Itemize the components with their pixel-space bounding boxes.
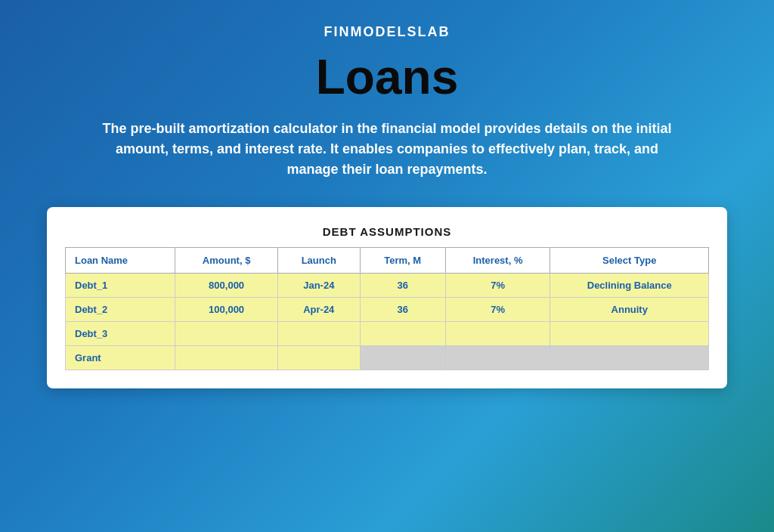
description-text: The pre-built amortization calculator in… [92,119,682,180]
col-interest: Interest, % [445,248,550,274]
table-cell: Apr-24 [277,298,360,322]
table-header-row: Loan Name Amount, $ Launch Term, M Inter… [66,248,709,274]
debt-card: DEBT ASSUMPTIONS Loan Name Amount, $ Lau… [47,207,727,388]
col-amount: Amount, $ [175,248,277,274]
table-cell [360,322,445,346]
table-row: Grant [66,346,709,370]
brand-label: FINMODELSLAB [324,24,450,40]
col-loan-name: Loan Name [66,248,175,274]
col-term: Term, M [360,248,445,274]
page-title: Loans [316,49,458,105]
table-cell: Annuity [550,298,709,322]
table-cell: Declining Balance [550,274,709,298]
table-row: Debt_3 [66,322,709,346]
table-cell [175,346,277,370]
table-row: Debt_2100,000Apr-24367%Annuity [66,298,709,322]
table-cell [175,322,277,346]
table-section-title: DEBT ASSUMPTIONS [65,225,709,238]
table-cell: 800,000 [175,274,277,298]
table-cell [277,322,360,346]
col-launch: Launch [277,248,360,274]
table-cell [277,346,360,370]
table-cell: 36 [360,274,445,298]
table-cell: 7% [445,298,550,322]
table-cell: Jan-24 [277,274,360,298]
table-cell [360,346,445,370]
table-cell [550,346,709,370]
table-cell: 100,000 [175,298,277,322]
table-cell: Debt_1 [66,274,175,298]
table-cell: 36 [360,298,445,322]
table-cell: Debt_3 [66,322,175,346]
col-select-type: Select Type [550,248,709,274]
table-cell [445,322,550,346]
table-cell: Grant [66,346,175,370]
table-cell: Debt_2 [66,298,175,322]
table-cell [445,346,550,370]
table-cell: 7% [445,274,550,298]
debt-assumptions-table: Loan Name Amount, $ Launch Term, M Inter… [65,247,709,370]
table-row: Debt_1800,000Jan-24367%Declining Balance [66,274,709,298]
table-cell [550,322,709,346]
